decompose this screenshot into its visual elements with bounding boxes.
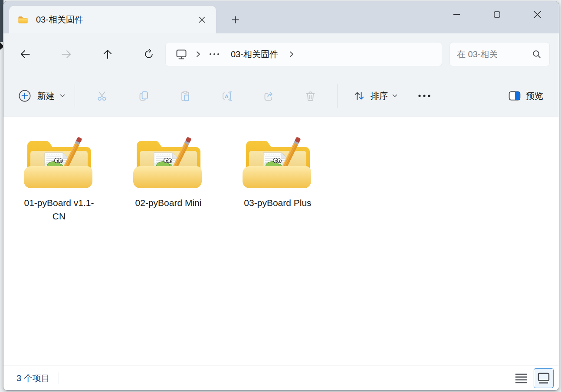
new-button-label: 新建 xyxy=(37,90,55,102)
folder-item[interactable]: 02-pyBoard Mini xyxy=(117,134,220,209)
command-bar: 新建 xyxy=(3,75,559,117)
refresh-button[interactable] xyxy=(138,44,159,65)
status-bar: 3 个项目 xyxy=(3,366,559,390)
folder-item[interactable]: 03-pyBoard Plus xyxy=(226,134,329,209)
folder-item-label: 03-pyBoard Plus xyxy=(244,196,311,209)
search-icon xyxy=(532,49,541,59)
paste-button[interactable] xyxy=(175,85,196,106)
refresh-icon xyxy=(143,49,154,60)
file-explorer-window: 03-相关固件 xyxy=(3,1,559,391)
breadcrumb-chevron-icon[interactable] xyxy=(289,51,294,58)
sort-icon xyxy=(353,90,365,102)
folder-item-label: 01-pyBoard v1.1-CN xyxy=(21,196,97,223)
details-view-button[interactable] xyxy=(511,368,531,388)
caption-controls xyxy=(446,1,559,27)
window-close-button[interactable] xyxy=(527,4,547,24)
title-bar: 03-相关固件 xyxy=(3,1,559,33)
minimize-button[interactable] xyxy=(446,4,466,24)
preview-toggle-button[interactable]: 预览 xyxy=(503,84,548,108)
arrow-up-icon xyxy=(102,49,113,60)
status-divider xyxy=(59,372,59,384)
address-bar[interactable]: 03-相关固件 xyxy=(165,42,442,66)
up-button[interactable] xyxy=(97,44,118,65)
sort-button[interactable]: 排序 xyxy=(349,84,402,108)
this-pc-icon[interactable] xyxy=(175,49,187,60)
sort-button-label: 排序 xyxy=(371,90,388,102)
breadcrumb-chevron-icon[interactable] xyxy=(196,51,200,58)
svg-text:A: A xyxy=(225,93,229,99)
python-folder-icon xyxy=(241,134,315,193)
large-icons-view-button[interactable] xyxy=(534,368,554,388)
see-more-button[interactable] xyxy=(413,85,436,106)
large-icons-view-icon xyxy=(538,372,550,384)
toolbar-divider xyxy=(75,84,75,108)
close-icon xyxy=(199,16,205,23)
ellipsis-icon xyxy=(418,94,431,98)
tab-close-button[interactable] xyxy=(194,11,210,28)
plus-icon xyxy=(232,16,239,23)
back-button[interactable] xyxy=(15,44,36,65)
rename-icon: A xyxy=(221,90,233,102)
arrow-left-icon xyxy=(20,49,31,60)
share-button[interactable] xyxy=(258,85,279,106)
cut-icon xyxy=(96,90,108,102)
tab-title: 03-相关固件 xyxy=(36,14,194,26)
search-placeholder: 在 03-相关 xyxy=(457,49,497,60)
new-tab-button[interactable] xyxy=(226,10,245,29)
forward-button[interactable] xyxy=(56,44,77,65)
delete-button[interactable] xyxy=(300,85,321,106)
toolbar-divider xyxy=(337,84,338,108)
item-count: 3 个项目 xyxy=(16,372,50,384)
copy-icon xyxy=(138,90,150,102)
arrow-right-icon xyxy=(61,49,72,60)
copy-button[interactable] xyxy=(133,85,154,106)
tab-folder-icon xyxy=(18,15,28,24)
search-box[interactable]: 在 03-相关 xyxy=(449,42,550,66)
preview-toggle-label: 预览 xyxy=(526,90,543,102)
python-folder-icon xyxy=(131,134,205,193)
close-icon xyxy=(534,11,541,18)
breadcrumb-current-folder[interactable]: 03-相关固件 xyxy=(231,49,278,60)
rename-button[interactable]: A xyxy=(217,85,237,106)
preview-pane-icon xyxy=(509,91,521,101)
plus-circle-icon xyxy=(18,89,31,102)
python-folder-icon xyxy=(22,134,96,193)
trash-icon xyxy=(305,90,316,102)
minimize-icon xyxy=(453,14,460,15)
folder-item-label: 02-pyBoard Mini xyxy=(135,196,202,209)
chevron-down-icon xyxy=(392,94,397,98)
folder-item[interactable]: 01-pyBoard v1.1-CN xyxy=(8,134,110,223)
maximize-icon xyxy=(494,11,500,18)
chevron-down-icon xyxy=(60,94,65,98)
maximize-button[interactable] xyxy=(487,4,507,24)
cut-button[interactable] xyxy=(92,85,112,106)
breadcrumb-ellipsis-button[interactable] xyxy=(209,53,220,56)
explorer-tab[interactable]: 03-相关固件 xyxy=(9,6,216,33)
share-icon xyxy=(263,90,275,102)
paste-icon xyxy=(180,90,191,102)
navigation-bar: 03-相关固件 在 03-相关 xyxy=(3,33,559,75)
file-area[interactable]: 01-pyBoard v1.1-CN 02-pyBoard Mini 03-py… xyxy=(3,117,559,366)
details-view-icon xyxy=(515,373,527,383)
new-button[interactable]: 新建 xyxy=(15,84,69,108)
